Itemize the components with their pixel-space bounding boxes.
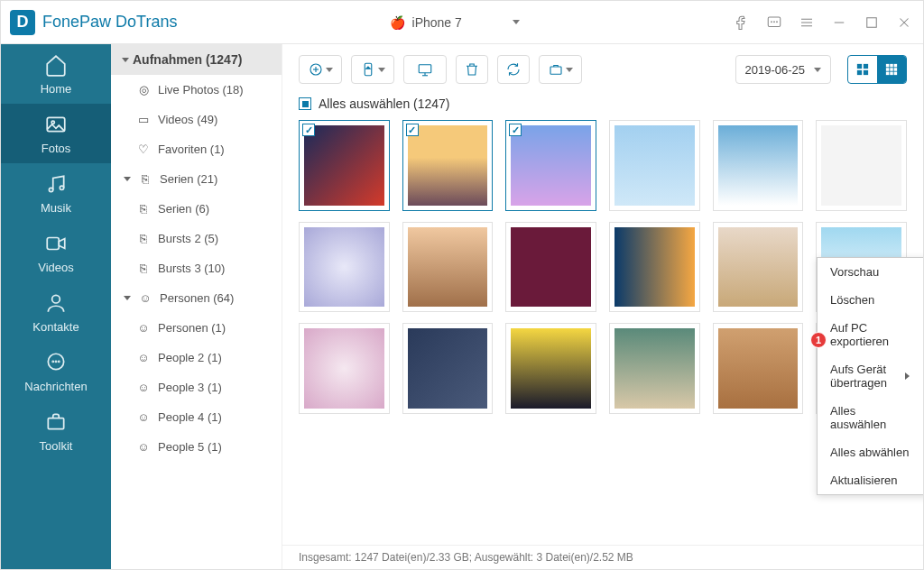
ctx-transfer-device[interactable]: Aufs Gerät übertragen	[818, 355, 923, 397]
svg-rect-33	[864, 70, 868, 75]
sidebar-item-kontakte[interactable]: Kontakte	[1, 282, 111, 342]
thumbnail[interactable]	[402, 120, 494, 211]
tree-people3[interactable]: ☺People 3 (1)	[111, 372, 282, 402]
status-text: Insgesamt: 1247 Datei(en)/2.33 GB; Ausge…	[299, 551, 633, 564]
person-icon: ☺	[136, 322, 151, 335]
add-button[interactable]	[299, 55, 342, 84]
minimize-button[interactable]	[829, 13, 849, 32]
svg-rect-39	[894, 68, 898, 71]
person-icon: ☺	[136, 382, 151, 394]
context-menu: Vorschau Löschen Auf PC exportieren Aufs…	[817, 257, 923, 495]
tree-label: Serien (21)	[160, 172, 217, 186]
livephoto-icon: ◎	[136, 84, 151, 97]
series-icon: ⎘	[136, 203, 151, 216]
tree-videos[interactable]: ▭Videos (49)	[111, 105, 282, 134]
thumbnail[interactable]	[299, 120, 390, 211]
burst-icon: ⎘	[136, 233, 151, 245]
thumbnail-image	[614, 125, 695, 206]
svg-point-20	[59, 361, 60, 362]
svg-point-19	[55, 361, 56, 362]
ctx-refresh[interactable]: Aktualisieren	[818, 466, 923, 494]
delete-button[interactable]	[456, 55, 488, 84]
thumbnail[interactable]	[299, 222, 390, 313]
photo-icon	[44, 113, 68, 136]
tree-serien[interactable]: ⎘Serien (6)	[111, 194, 282, 224]
date-filter[interactable]: 2019-06-25	[735, 55, 832, 84]
tree-livephotos[interactable]: ◎Live Photos (18)	[111, 75, 282, 105]
maximize-button[interactable]	[862, 13, 882, 32]
device-selector[interactable]: 🍎 iPhone 7	[372, 12, 538, 33]
ctx-select-all[interactable]: Alles auswählen	[818, 397, 923, 438]
thumbnail-image	[304, 125, 384, 206]
view-large-grid[interactable]	[848, 56, 877, 83]
chevron-down-icon	[814, 68, 821, 72]
tree-label: Bursts 2 (5)	[158, 232, 218, 245]
more-tools-button[interactable]	[539, 55, 582, 84]
thumbnail-checkbox[interactable]	[509, 124, 522, 136]
thumbnail[interactable]	[402, 323, 494, 414]
export-device-button[interactable]	[351, 55, 394, 84]
thumbnail-checkbox[interactable]	[302, 124, 315, 136]
select-all-checkbox[interactable]	[299, 97, 311, 110]
tree-people4[interactable]: ☺People 4 (1)	[111, 402, 282, 432]
ctx-export-pc[interactable]: Auf PC exportieren	[818, 314, 923, 355]
close-button[interactable]	[894, 13, 914, 32]
tree-bursts3[interactable]: ⎘Bursts 3 (10)	[111, 253, 282, 283]
thumbnail-image	[511, 227, 591, 308]
sidebar-label: Home	[41, 82, 72, 96]
thumbnail[interactable]	[609, 120, 700, 211]
person-icon: ☺	[136, 441, 151, 454]
app-title: FonePaw DoTrans	[42, 13, 177, 32]
sidebar-item-toolkit[interactable]: Toolkit	[1, 401, 111, 461]
thumbnail[interactable]	[816, 120, 907, 211]
menu-icon[interactable]	[797, 13, 817, 32]
thumbnail[interactable]	[713, 120, 804, 211]
tree-people2[interactable]: ☺People 2 (1)	[111, 343, 282, 372]
thumbnail[interactable]	[505, 120, 596, 211]
facebook-icon[interactable]	[732, 13, 752, 32]
person-icon: ☺	[136, 411, 151, 424]
sidebar-item-fotos[interactable]: Fotos	[1, 104, 111, 163]
tree-personen[interactable]: ☺Personen (1)	[111, 313, 282, 343]
ctx-preview[interactable]: Vorschau	[818, 258, 923, 286]
thumbnail-checkbox[interactable]	[406, 124, 419, 136]
thumbnail[interactable]	[299, 323, 390, 414]
svg-point-18	[52, 361, 53, 362]
ctx-deselect-all[interactable]: Alles abwählen	[818, 438, 923, 466]
select-all-row[interactable]: Alles auswählen (1247)	[282, 91, 923, 120]
view-small-grid[interactable]	[877, 56, 906, 83]
ctx-delete[interactable]: Löschen	[818, 286, 923, 314]
thumbnail[interactable]	[505, 323, 596, 414]
thumbnail-image	[718, 227, 799, 308]
tree-favoriten[interactable]: ♡Favoriten (1)	[111, 134, 282, 164]
music-icon	[44, 172, 68, 196]
chevron-down-icon	[513, 20, 520, 24]
heart-icon: ♡	[136, 143, 151, 156]
thumbnail[interactable]	[609, 222, 700, 313]
thumbnail[interactable]	[505, 222, 596, 313]
thumbnail[interactable]	[713, 323, 804, 414]
sidebar-item-nachrichten[interactable]: Nachrichten	[1, 342, 111, 401]
window-controls	[732, 13, 914, 32]
tree-aufnahmen[interactable]: Aufnahmen (1247)	[111, 44, 282, 75]
tree-serien-group[interactable]: ⎘Serien (21)	[111, 164, 282, 194]
sidebar-item-videos[interactable]: Videos	[1, 223, 111, 282]
tree-bursts2[interactable]: ⎘Bursts 2 (5)	[111, 224, 282, 253]
tree-label: Personen (1)	[158, 321, 226, 335]
tree-personen-group[interactable]: ☺Personen (64)	[111, 283, 282, 313]
person-icon: ☺	[138, 292, 152, 305]
export-pc-button[interactable]	[403, 55, 447, 84]
toolbar: 2019-06-25	[282, 44, 923, 91]
tree-label: People 4 (1)	[158, 410, 222, 424]
main-area: Home Fotos Musik Videos Kontakte Nachric…	[1, 44, 923, 569]
thumbnail[interactable]	[402, 222, 494, 313]
sidebar-item-home[interactable]: Home	[1, 44, 111, 104]
tree-people5[interactable]: ☺People 5 (1)	[111, 432, 282, 462]
sidebar-label: Toolkit	[40, 439, 73, 453]
sidebar-item-musik[interactable]: Musik	[1, 163, 111, 223]
feedback-icon[interactable]	[764, 13, 784, 32]
thumbnail[interactable]	[609, 323, 700, 414]
thumbnail-image	[718, 328, 799, 409]
thumbnail[interactable]	[713, 222, 804, 313]
refresh-button[interactable]	[497, 55, 530, 84]
